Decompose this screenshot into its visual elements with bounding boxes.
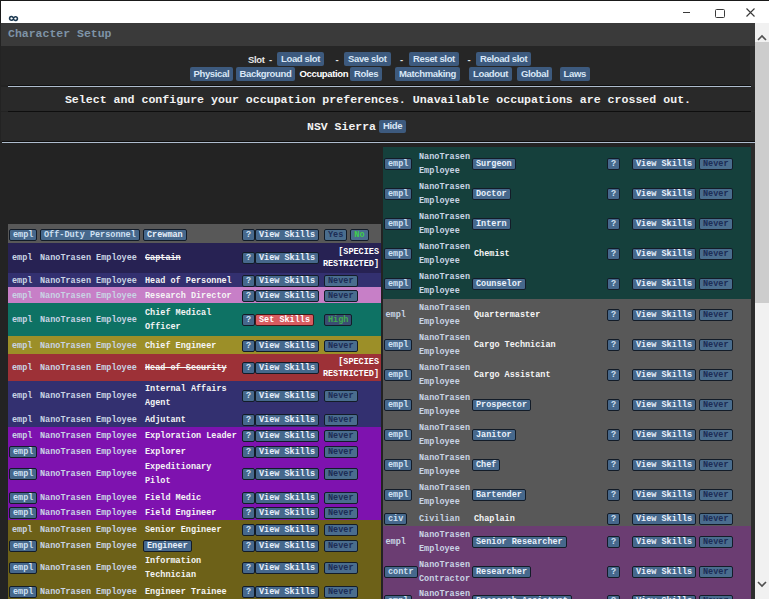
view-skills-button[interactable]: View Skills (632, 309, 696, 321)
view-skills-button[interactable]: View Skills (255, 540, 319, 552)
employment-type-button[interactable]: empl (9, 446, 37, 458)
tab-loadout[interactable]: Loadout (469, 67, 512, 81)
priority-button[interactable]: Never (324, 507, 358, 519)
help-button[interactable]: ? (242, 229, 255, 241)
set-skills-button[interactable]: Set Skills (255, 314, 314, 326)
tab-matchmaking[interactable]: Matchmaking (395, 67, 460, 81)
slot-reset-slot-button[interactable]: Reset slot (409, 52, 459, 66)
help-button[interactable]: ? (242, 524, 255, 536)
view-skills-button[interactable]: View Skills (255, 362, 319, 374)
view-skills-button[interactable]: View Skills (632, 278, 696, 290)
tab-global[interactable]: Global (517, 67, 552, 81)
view-skills-button[interactable]: View Skills (255, 252, 319, 264)
help-button[interactable]: ? (607, 369, 620, 381)
help-button[interactable]: ? (607, 188, 620, 200)
view-skills-button[interactable]: View Skills (255, 492, 319, 504)
employer-button[interactable]: Off-Duty Personnel (40, 229, 140, 241)
employment-type-button[interactable]: empl (384, 399, 412, 411)
view-skills-button[interactable]: View Skills (632, 513, 696, 525)
priority-button[interactable]: Never (699, 369, 733, 381)
view-skills-button[interactable]: View Skills (255, 468, 319, 480)
help-button[interactable]: ? (242, 340, 255, 352)
employment-type-button[interactable]: civ (384, 513, 407, 525)
help-button[interactable]: ? (242, 540, 255, 552)
view-skills-button[interactable]: View Skills (632, 459, 696, 471)
priority-button[interactable]: Never (324, 290, 358, 302)
employment-type-button[interactable]: contr (384, 566, 418, 578)
view-skills-button[interactable]: View Skills (632, 188, 696, 200)
help-button[interactable]: ? (607, 218, 620, 230)
employment-type-button[interactable]: empl (384, 158, 412, 170)
priority-button[interactable]: Never (324, 275, 358, 287)
view-skills-button[interactable]: View Skills (632, 158, 696, 170)
help-button[interactable]: ? (607, 566, 620, 578)
help-button[interactable]: ? (607, 489, 620, 501)
priority-button[interactable]: Never (324, 430, 358, 442)
employment-type-button[interactable]: empl (384, 218, 412, 230)
tab-background[interactable]: Background (236, 67, 296, 81)
priority-button[interactable]: Never (324, 492, 358, 504)
priority-button[interactable]: High (324, 314, 352, 326)
priority-button[interactable]: Never (324, 414, 358, 426)
slot-save-slot-button[interactable]: Save slot (344, 52, 391, 66)
job-title-button[interactable]: Intern (472, 218, 511, 230)
employment-type-button[interactable]: empl (384, 595, 412, 599)
employment-type-button[interactable]: empl (9, 562, 37, 574)
view-skills-button[interactable]: View Skills (632, 369, 696, 381)
priority-button[interactable]: Never (699, 513, 733, 525)
view-skills-button[interactable]: View Skills (255, 524, 319, 536)
priority-button[interactable]: Never (324, 586, 358, 598)
tab-roles[interactable]: Roles (350, 67, 382, 81)
help-button[interactable]: ? (242, 362, 255, 374)
tab-laws[interactable]: Laws (560, 67, 590, 81)
view-skills-button[interactable]: View Skills (255, 562, 319, 574)
view-skills-button[interactable]: View Skills (632, 339, 696, 351)
employment-type-button[interactable]: empl (384, 489, 412, 501)
employment-type-button[interactable]: empl (9, 586, 37, 598)
job-title-button[interactable]: Research Assistant (472, 595, 572, 599)
help-button[interactable]: ? (607, 278, 620, 290)
help-button[interactable]: ? (242, 468, 255, 480)
priority-button[interactable]: Never (699, 218, 733, 230)
scrollbar-thumb[interactable] (755, 42, 769, 303)
tab-physical[interactable]: Physical (190, 67, 234, 81)
priority-button[interactable]: Never (699, 595, 733, 599)
employment-type-button[interactable]: empl (384, 369, 412, 381)
job-title-button[interactable]: Counselor (472, 278, 526, 290)
job-title-button[interactable]: Doctor (472, 188, 511, 200)
job-title-button[interactable]: Chef (472, 459, 500, 471)
help-button[interactable]: ? (242, 430, 255, 442)
priority-button[interactable]: Never (699, 158, 733, 170)
help-button[interactable]: ? (607, 158, 620, 170)
view-skills-button[interactable]: View Skills (632, 248, 696, 260)
priority-button[interactable]: Never (324, 524, 358, 536)
priority-button[interactable]: Never (324, 446, 358, 458)
hide-station-button[interactable]: Hide (379, 120, 406, 133)
view-skills-button[interactable]: View Skills (632, 429, 696, 441)
priority-button[interactable]: Never (699, 278, 733, 290)
view-skills-button[interactable]: View Skills (632, 218, 696, 230)
employment-type-button[interactable]: empl (384, 188, 412, 200)
priority-button[interactable]: Never (699, 399, 733, 411)
employment-type-button[interactable]: empl (9, 507, 37, 519)
employment-type-button[interactable]: empl (9, 229, 37, 241)
help-button[interactable]: ? (607, 459, 620, 471)
view-skills-button[interactable]: View Skills (632, 489, 696, 501)
help-button[interactable]: ? (242, 414, 255, 426)
help-button[interactable]: ? (242, 586, 255, 598)
help-button[interactable]: ? (242, 275, 255, 287)
employment-type-button[interactable]: empl (9, 492, 37, 504)
slot-load-slot-button[interactable]: Load slot (277, 52, 324, 66)
priority-button[interactable]: Never (699, 459, 733, 471)
view-skills-button[interactable]: View Skills (632, 399, 696, 411)
view-skills-button[interactable]: View Skills (255, 390, 319, 402)
priority-yes-button[interactable]: Yes (324, 229, 347, 241)
window-close-button[interactable] (739, 1, 769, 24)
priority-button[interactable]: Never (324, 468, 358, 480)
priority-button[interactable]: Never (699, 339, 733, 351)
job-title-button[interactable]: Prospector (472, 399, 531, 411)
view-skills-button[interactable]: View Skills (255, 586, 319, 598)
slot-reload-slot-button[interactable]: Reload slot (476, 52, 531, 66)
help-button[interactable]: ? (607, 399, 620, 411)
job-title-button[interactable]: Surgeon (472, 158, 516, 170)
